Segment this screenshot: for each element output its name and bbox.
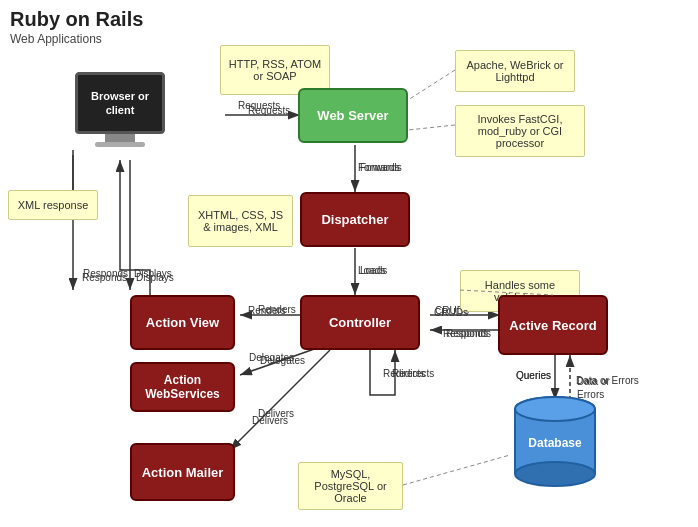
note-xml-response: XML response (8, 190, 98, 220)
action-webservices-box: Action WebServices (130, 362, 235, 412)
loads-label-text: Loads (358, 265, 385, 276)
displays-label: Displays (136, 272, 174, 283)
note-xhtml: XHTML, CSS, JS & images, XML (188, 195, 293, 247)
active-record-box: Active Record (498, 295, 608, 355)
forwards-label-text: Forwards (358, 162, 400, 173)
responds-left-label: Responds (82, 272, 127, 283)
diagram: Ruby on Rails Web Applications (0, 0, 698, 527)
svg-point-15 (515, 462, 595, 486)
label-data-errors-text: Data orErrors (577, 375, 610, 401)
renders-label-text: Renders (248, 305, 286, 316)
page-title: Ruby on Rails (10, 8, 143, 31)
browser-label: Browser or client (78, 89, 162, 118)
cruds-label-text: CRUDs (434, 307, 468, 318)
note-apache: Apache, WeBrick or Lighttpd (455, 50, 575, 92)
page-subtitle: Web Applications (10, 32, 102, 46)
svg-line-20 (408, 70, 455, 100)
svg-text:Database: Database (528, 436, 582, 450)
action-mailer-box: Action Mailer (130, 443, 235, 501)
database-icon: Database (510, 395, 600, 490)
svg-line-21 (408, 125, 455, 130)
action-view-box: Action View (130, 295, 235, 350)
requests-label-text: Requests (238, 100, 280, 111)
label-queries-text: Queries (516, 370, 551, 381)
responds-ar-label-text: Responds (446, 328, 491, 339)
note-fastcgi: Invokes FastCGI, mod_ruby or CGI process… (455, 105, 585, 157)
delivers-label: Delivers (252, 415, 288, 426)
browser-client: Browser or client (70, 72, 170, 152)
svg-line-23 (403, 455, 510, 485)
delegates-label: Delegates (249, 352, 294, 363)
redirects-label: Redirects (383, 368, 425, 379)
webserver-box: Web Server (298, 88, 408, 143)
note-mysql: MySQL, PostgreSQL or Oracle (298, 462, 403, 510)
controller-box: Controller (300, 295, 420, 350)
dispatcher-box: Dispatcher (300, 192, 410, 247)
